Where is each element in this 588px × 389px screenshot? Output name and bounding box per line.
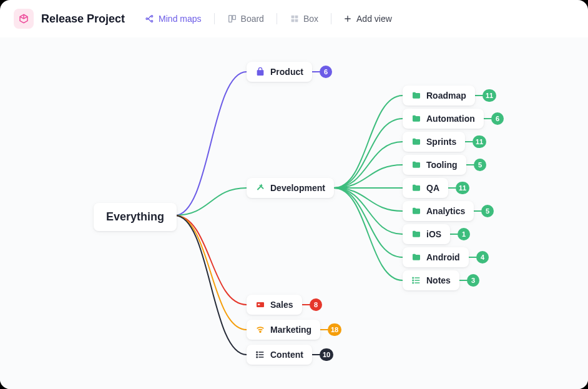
node-marketing[interactable]: Marketing bbox=[247, 320, 320, 340]
folder-icon bbox=[411, 183, 421, 193]
count-badge: 3 bbox=[467, 274, 479, 287]
count-badge: 11 bbox=[456, 182, 469, 194]
divider bbox=[331, 13, 331, 24]
count-badge: 10 bbox=[320, 348, 333, 361]
count-badge: 18 bbox=[328, 323, 341, 336]
divider bbox=[277, 13, 277, 24]
count-badge: 11 bbox=[483, 89, 496, 102]
node-root-label: Everything bbox=[106, 210, 164, 224]
node-sales[interactable]: Sales bbox=[247, 295, 302, 315]
count-badge: 6 bbox=[320, 66, 332, 78]
node-dev-child-label: QA bbox=[426, 183, 439, 193]
svg-point-11 bbox=[260, 331, 261, 332]
hammer-icon bbox=[255, 183, 265, 193]
node-marketing-label: Marketing bbox=[270, 325, 311, 335]
node-root[interactable]: Everything bbox=[94, 203, 177, 231]
svg-rect-7 bbox=[292, 19, 295, 22]
wifi-icon bbox=[255, 325, 265, 335]
mindmap-canvas[interactable]: EverythingProductDevelopmentSalesMarketi… bbox=[0, 37, 588, 389]
svg-rect-6 bbox=[295, 16, 298, 19]
svg-point-2 bbox=[151, 21, 153, 22]
node-dev-child-label: iOS bbox=[426, 229, 441, 239]
box-icon bbox=[290, 14, 300, 24]
node-dev-child[interactable]: Roadmap bbox=[403, 86, 475, 106]
node-dev-child-label: Sprints bbox=[426, 137, 456, 147]
node-development-label: Development bbox=[270, 183, 325, 193]
node-product-label: Product bbox=[270, 67, 303, 77]
plus-icon bbox=[343, 14, 353, 24]
card-icon bbox=[255, 300, 265, 310]
folder-icon bbox=[411, 160, 421, 170]
node-dev-child-label: Analytics bbox=[426, 206, 465, 216]
project-title: Release Project bbox=[41, 12, 125, 26]
list-icon bbox=[255, 350, 265, 360]
count-badge: 6 bbox=[491, 112, 504, 125]
divider bbox=[214, 13, 215, 24]
node-product[interactable]: Product bbox=[247, 62, 312, 82]
node-dev-child[interactable]: Notes bbox=[403, 270, 459, 290]
node-dev-child-label: Roadmap bbox=[426, 91, 466, 101]
folder-icon bbox=[411, 114, 421, 124]
node-dev-child-label: Notes bbox=[426, 275, 451, 285]
svg-rect-9 bbox=[257, 302, 264, 307]
node-dev-child[interactable]: Tooling bbox=[403, 155, 466, 175]
folder-icon bbox=[411, 91, 421, 101]
node-dev-child[interactable]: iOS bbox=[403, 224, 450, 244]
node-development[interactable]: Development bbox=[247, 178, 334, 198]
folder-icon bbox=[411, 252, 421, 262]
app-window: Release Project Mind maps Board bbox=[0, 0, 588, 389]
count-badge: 11 bbox=[473, 135, 486, 148]
count-badge: 4 bbox=[476, 251, 489, 263]
mindmap-icon bbox=[145, 14, 155, 24]
svg-point-16 bbox=[413, 280, 413, 280]
svg-point-12 bbox=[257, 352, 257, 352]
node-dev-child-label: Android bbox=[426, 252, 460, 262]
node-content[interactable]: Content bbox=[247, 345, 312, 365]
tab-mindmaps[interactable]: Mind maps bbox=[137, 10, 208, 27]
folder-icon bbox=[411, 206, 421, 216]
svg-rect-3 bbox=[228, 16, 232, 22]
svg-point-0 bbox=[146, 18, 148, 20]
node-sales-label: Sales bbox=[270, 300, 293, 310]
count-badge: 8 bbox=[310, 298, 322, 311]
folder-icon bbox=[411, 137, 421, 147]
svg-point-17 bbox=[413, 282, 413, 283]
node-content-label: Content bbox=[270, 350, 303, 360]
folder-icon bbox=[411, 229, 421, 239]
svg-rect-10 bbox=[258, 304, 260, 305]
bag-icon bbox=[255, 67, 265, 77]
project-cube-icon bbox=[14, 9, 34, 29]
tab-box-label: Box bbox=[303, 14, 318, 24]
svg-rect-4 bbox=[232, 16, 235, 20]
tab-mindmaps-label: Mind maps bbox=[159, 14, 201, 24]
svg-point-15 bbox=[413, 277, 413, 278]
board-icon bbox=[227, 14, 237, 24]
tab-board[interactable]: Board bbox=[220, 10, 272, 27]
count-badge: 5 bbox=[474, 159, 486, 171]
node-dev-child-label: Automation bbox=[426, 114, 475, 124]
svg-rect-8 bbox=[295, 19, 298, 22]
count-badge: 1 bbox=[458, 228, 470, 240]
count-badge: 5 bbox=[481, 205, 494, 217]
node-dev-child[interactable]: Android bbox=[403, 247, 469, 267]
tab-box[interactable]: Box bbox=[282, 10, 326, 27]
svg-rect-5 bbox=[292, 16, 295, 19]
node-dev-child[interactable]: Analytics bbox=[403, 201, 474, 221]
list-icon bbox=[411, 275, 421, 285]
add-view-button[interactable]: Add view bbox=[336, 10, 398, 27]
node-dev-child[interactable]: Sprints bbox=[403, 132, 465, 152]
node-dev-child-label: Tooling bbox=[426, 160, 458, 170]
add-view-label: Add view bbox=[356, 14, 392, 24]
node-dev-child[interactable]: Automation bbox=[403, 109, 484, 129]
svg-point-14 bbox=[257, 357, 257, 357]
tab-board-label: Board bbox=[241, 14, 264, 24]
svg-point-13 bbox=[257, 354, 257, 355]
toolbar: Release Project Mind maps Board bbox=[0, 0, 588, 38]
node-dev-child[interactable]: QA bbox=[403, 178, 448, 198]
svg-point-1 bbox=[151, 16, 153, 17]
